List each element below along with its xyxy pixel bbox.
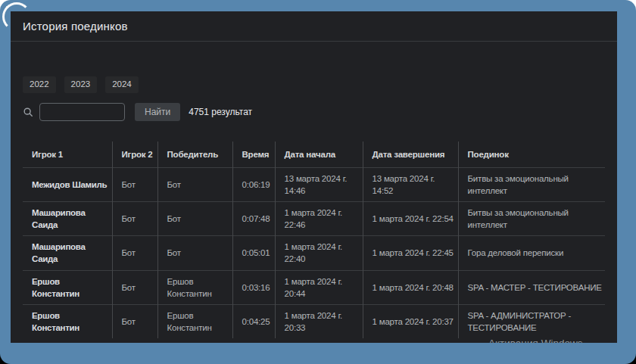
table-cell: Битвы за эмоциональный интеллект [458,202,605,236]
table-cell: Бот [157,202,232,236]
table-cell: 13 марта 2024 г. 14:46 [275,168,363,202]
table-cell: 1 марта 2024 г. 22:54 [363,202,458,236]
table-body: Межидов ШамильБотБот0:06:1913 марта 2024… [23,168,605,338]
table-cell: Бот [157,168,232,202]
table-cell: 0:06:19 [232,168,275,202]
panel-content: 2022 2023 2024 Найти 4751 результат Игро… [11,76,617,338]
table-cell: Машарипова Саида [23,236,112,270]
table-cell: Бот [112,202,157,236]
table-cell: Гора деловой переписки [458,236,605,270]
table-row[interactable]: Машарипова СаидаБотБот0:07:481 марта 202… [23,202,605,236]
table-cell: 1 марта 2024 г. 20:33 [275,304,363,338]
windows-activation-watermark: Активация Windows [488,338,582,343]
table-head: Игрок 1Игрок 2ПобедительВремяДата начала… [23,142,605,168]
tab-year-2023[interactable]: 2023 [64,76,98,93]
table-row[interactable]: Межидов ШамильБотБот0:06:1913 марта 2024… [23,168,605,202]
column-header: Игрок 1 [23,142,112,168]
table-cell: 0:07:48 [232,202,275,236]
results-count: 4751 результат [189,107,252,117]
table-cell: 0:05:01 [232,236,275,270]
matches-table: Игрок 1Игрок 2ПобедительВремяДата начала… [23,142,605,338]
column-header: Дата завершения [363,142,458,168]
tab-year-2024[interactable]: 2024 [105,76,139,93]
search-icon [23,107,33,117]
table-cell: Битвы за эмоциональный интеллект [458,168,605,202]
table-cell: 1 марта 2024 г. 22:46 [275,202,363,236]
table-cell: Ершов Константин [157,304,232,338]
table-cell: Ершов Константин [23,270,112,304]
table-cell: SPA - АДМИНИСТРАТОР - ТЕСТИРОВАНИЕ [458,304,605,338]
history-panel: История поединков 2022 2023 2024 Найти 4… [11,11,617,343]
table-row[interactable]: Машарипова СаидаБотБот0:05:011 марта 202… [23,236,605,270]
table-cell: 13 марта 2024 г. 14:52 [363,168,458,202]
table-cell: Бот [157,236,232,270]
table-cell: Машарипова Саида [23,202,112,236]
table-head-row: Игрок 1Игрок 2ПобедительВремяДата начала… [23,142,605,168]
table-cell: 1 марта 2024 г. 20:44 [275,270,363,304]
table-cell: Бот [112,236,157,270]
table-cell: Межидов Шамиль [23,168,112,202]
column-header: Поединок [458,142,605,168]
year-tabs: 2022 2023 2024 [23,76,605,93]
find-button[interactable]: Найти [135,103,180,121]
table-row[interactable]: Ершов КонстантинБотЕршов Константин0:03:… [23,270,605,304]
column-header: Время [232,142,275,168]
table-cell: 1 марта 2024 г. 20:37 [363,304,458,338]
table-cell: Бот [112,168,157,202]
panel-header: История поединков [11,11,617,42]
table-cell: 0:03:16 [232,270,275,304]
search-input[interactable] [39,103,125,121]
page-title: История поединков [23,20,128,33]
column-header: Игрок 2 [112,142,157,168]
table-cell: Ершов Константин [23,304,112,338]
table-cell: Бот [112,270,157,304]
table-cell: Бот [112,304,157,338]
table-cell: 1 марта 2024 г. 22:40 [275,236,363,270]
column-header: Дата начала [275,142,363,168]
table-cell: SPA - МАСТЕР - ТЕСТИРОВАНИЕ [458,270,605,304]
column-header: Победитель [157,142,232,168]
screenshot-stage: История поединков 2022 2023 2024 Найти 4… [0,0,636,364]
table-cell: 0:04:25 [232,304,275,338]
table-row[interactable]: Ершов КонстантинБотЕршов Константин0:04:… [23,304,605,338]
table-cell: 1 марта 2024 г. 20:48 [363,270,458,304]
table-cell: 1 марта 2024 г. 22:45 [363,236,458,270]
tab-year-2022[interactable]: 2022 [23,76,56,93]
table-cell: Ершов Константин [157,270,232,304]
search-row: Найти 4751 результат [23,102,605,122]
